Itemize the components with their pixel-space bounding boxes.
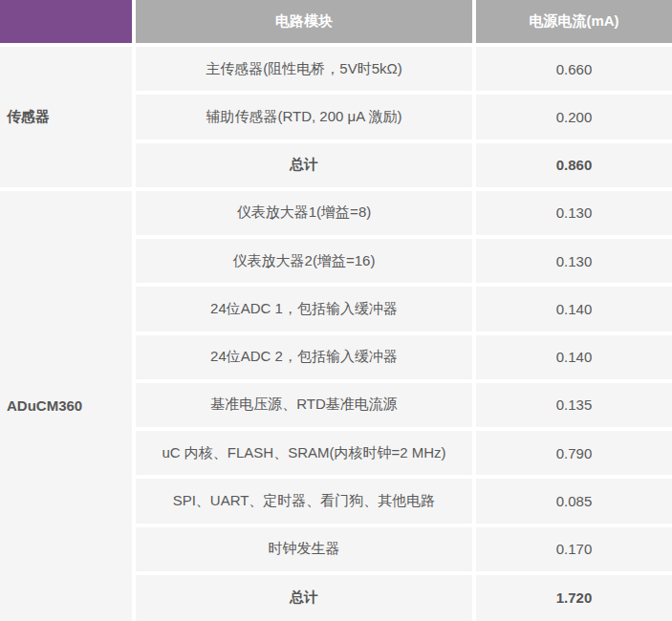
current-cell: 0.140 — [474, 333, 672, 381]
current-cell: 1.720 — [474, 573, 672, 621]
module-cell: 仪表放大器2(增益=16) — [134, 237, 474, 285]
header-cell-corner — [0, 0, 134, 45]
current-cell: 0.660 — [474, 45, 672, 93]
module-cell: 24位ADC 1，包括输入缓冲器 — [134, 285, 474, 332]
module-cell: 辅助传感器(RTD, 200 μA 激励) — [134, 93, 474, 140]
current-cell: 0.135 — [474, 381, 672, 429]
group-label-cell: 传感器 — [0, 45, 134, 189]
current-cell: 0.860 — [474, 141, 672, 189]
table-row: ADuCM360仪表放大器1(增益=8)0.130 — [0, 189, 672, 237]
power-consumption-table: 电路模块 电源电流(mA) 传感器主传感器(阻性电桥，5V时5kΩ)0.660辅… — [0, 0, 672, 621]
current-cell: 0.130 — [474, 237, 672, 285]
current-cell: 0.085 — [474, 477, 672, 525]
module-cell: 总计 — [134, 141, 474, 189]
module-cell: 时钟发生器 — [134, 525, 474, 573]
module-cell: uC 内核、FLASH、SRAM(内核时钟=2 MHz) — [134, 429, 474, 477]
current-cell: 0.200 — [474, 93, 672, 140]
current-cell: 0.790 — [474, 429, 672, 477]
header-cell-current: 电源电流(mA) — [474, 0, 672, 45]
current-cell: 0.140 — [474, 285, 672, 332]
current-cell: 0.170 — [474, 525, 672, 573]
header-cell-module: 电路模块 — [134, 0, 474, 45]
table-row: 传感器主传感器(阻性电桥，5V时5kΩ)0.660 — [0, 45, 672, 93]
table-header: 电路模块 电源电流(mA) — [0, 0, 672, 45]
module-cell: 基准电压源、RTD基准电流源 — [134, 381, 474, 429]
module-cell: 总计 — [134, 573, 474, 621]
module-cell: 仪表放大器1(增益=8) — [134, 189, 474, 237]
current-cell: 0.130 — [474, 189, 672, 237]
module-cell: 24位ADC 2，包括输入缓冲器 — [134, 333, 474, 381]
module-cell: 主传感器(阻性电桥，5V时5kΩ) — [134, 45, 474, 93]
group-label-cell: ADuCM360 — [0, 189, 134, 621]
header-row: 电路模块 电源电流(mA) — [0, 0, 672, 45]
module-cell: SPI、UART、定时器、看门狗、其他电路 — [134, 477, 474, 525]
table-body: 传感器主传感器(阻性电桥，5V时5kΩ)0.660辅助传感器(RTD, 200 … — [0, 45, 672, 621]
